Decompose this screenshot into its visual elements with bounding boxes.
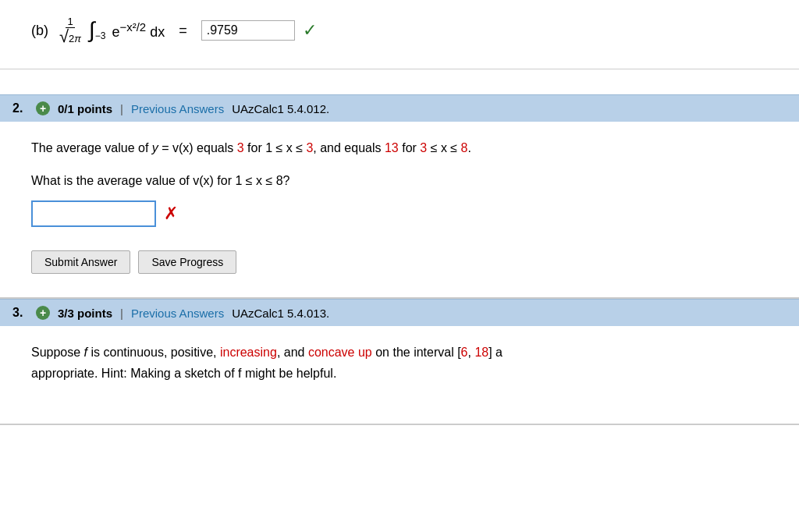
lower-limit: −3 <box>95 30 106 41</box>
upper-limit <box>103 20 105 30</box>
q2-text-6: ≤ x ≤ <box>427 141 460 154</box>
q2-text-3: for 1 ≤ x ≤ <box>244 141 307 154</box>
question-3-body: Suppose f is continuous, positive, incre… <box>0 326 799 424</box>
spacer <box>0 69 799 94</box>
q3-text-5: ] a <box>488 346 502 359</box>
previous-answers-link-q2[interactable]: Previous Answers <box>131 102 224 115</box>
answer-row-q2: ✗ <box>31 200 768 227</box>
q2-text-2: = v(x) equals <box>158 141 237 154</box>
separator-q2: | <box>120 102 123 115</box>
q3-highlight2: concave up <box>308 346 372 359</box>
q2-text-4: , and equals <box>313 141 385 154</box>
question-2-header: 2. + 0/1 points | Previous Answers UAzCa… <box>0 94 799 122</box>
q2-y: y <box>152 141 158 154</box>
part-b-label: (b) <box>31 23 48 39</box>
q2-val2: 3 <box>306 141 313 154</box>
integral-limits: −3 <box>95 20 106 41</box>
answer-input-b[interactable] <box>201 20 295 41</box>
question-2-number: 2. <box>12 101 28 115</box>
submit-button-q2[interactable]: Submit Answer <box>31 250 130 274</box>
math-line-b: (b) 1 √2π ∫ −3 e−x²/2 dx = ✓ <box>31 16 768 45</box>
denominator: √2π <box>58 28 83 45</box>
q2-val3: 13 <box>385 141 399 154</box>
q3-interval1: 6 <box>461 346 468 359</box>
q3-hint: appropriate. Hint: Making a sketch of f … <box>31 367 336 380</box>
sqrt-symbol: √ <box>59 27 69 46</box>
integrand: e−x²/2 dx <box>112 20 165 41</box>
top-section: (b) 1 √2π ∫ −3 e−x²/2 dx = ✓ <box>0 0 799 69</box>
q3-highlight1: increasing <box>220 346 277 359</box>
wrong-icon-q2: ✗ <box>164 204 178 224</box>
q3-text-3: on the interval [ <box>372 346 461 359</box>
fraction-1-sqrt: 1 √2π <box>58 16 83 45</box>
q3-text-1: Suppose f is continuous, positive, <box>31 346 220 359</box>
question-3-header: 3. + 3/3 points | Previous Answers UAzCa… <box>0 299 799 326</box>
question-2-id: UAzCalc1 5.4.012. <box>232 102 329 115</box>
q3-interval2: 18 <box>474 346 488 359</box>
math-expression: 1 √2π ∫ −3 e−x²/2 dx <box>56 16 165 45</box>
save-button-q2[interactable]: Save Progress <box>138 250 236 274</box>
separator-q3: | <box>120 307 123 320</box>
q3-text-2: , and <box>277 346 308 359</box>
question-3-number: 3. <box>12 306 28 320</box>
question-3-id: UAzCalc1 5.4.013. <box>232 307 329 320</box>
question-3-text: Suppose f is continuous, positive, incre… <box>31 342 768 384</box>
equals: = <box>179 23 187 39</box>
q2-val1: 3 <box>237 141 244 154</box>
q2-text-7: . <box>467 141 471 154</box>
plus-icon-q3[interactable]: + <box>36 306 50 320</box>
integral: ∫ −3 <box>89 20 107 41</box>
question-2-text: The average value of y = v(x) equals 3 f… <box>31 137 768 158</box>
q2-text-5: for <box>399 141 421 154</box>
q2-text-1: The average value of <box>31 141 152 154</box>
answer-input-q2[interactable] <box>31 200 156 227</box>
q2-val4: 3 <box>420 141 427 154</box>
question-2-sub: What is the average value of v(x) for 1 … <box>31 174 768 188</box>
question-2-body: The average value of y = v(x) equals 3 f… <box>0 122 799 299</box>
check-icon: ✓ <box>303 20 317 41</box>
button-row-q2: Submit Answer Save Progress <box>31 250 768 274</box>
plus-icon-q2[interactable]: + <box>36 101 50 115</box>
question-3-points: 3/3 points <box>58 307 112 320</box>
question-2-points: 0/1 points <box>58 102 112 115</box>
previous-answers-link-q3[interactable]: Previous Answers <box>131 307 224 320</box>
